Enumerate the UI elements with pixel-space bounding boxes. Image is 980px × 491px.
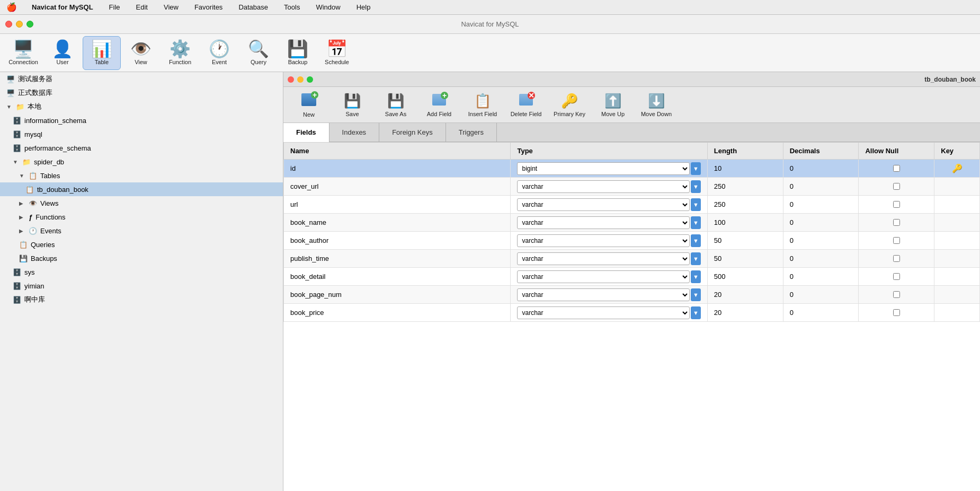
field-type-cell[interactable]: varchar▼ <box>511 286 707 304</box>
sidebar-item-mysql[interactable]: 🗄️ mysql <box>0 127 283 141</box>
type-select[interactable]: bigint <box>517 162 689 175</box>
field-type-cell[interactable]: varchar▼ <box>511 304 707 322</box>
toolbar-event[interactable]: 🕐 Event <box>200 36 238 70</box>
table-row[interactable]: idbigint▼100🔑 <box>284 160 980 178</box>
field-type-cell[interactable]: varchar▼ <box>511 250 707 268</box>
allow-null-checkbox[interactable] <box>893 273 900 280</box>
table-row[interactable]: book_detailvarchar▼5000 <box>284 268 980 286</box>
sidebar-item-tables[interactable]: ▼ 📋 Tables <box>0 169 283 182</box>
type-select[interactable]: varchar <box>517 216 689 229</box>
allow-null-checkbox[interactable] <box>893 237 900 244</box>
field-type-cell[interactable]: varchar▼ <box>511 214 707 232</box>
save-button[interactable]: 💾 Save <box>331 89 373 121</box>
menu-app[interactable]: Navicat for MySQL <box>29 2 96 12</box>
toolbar-view[interactable]: 👁️ View <box>122 36 160 70</box>
menu-file[interactable]: File <box>106 2 123 12</box>
allow-null-checkbox[interactable] <box>893 309 900 316</box>
allow-null-checkbox[interactable] <box>893 219 900 226</box>
move-down-button[interactable]: ⬇️ Move Down <box>635 89 678 121</box>
menu-window[interactable]: Window <box>313 2 343 12</box>
sidebar-item-events[interactable]: ▶ 🕐 Events <box>0 224 283 238</box>
field-allownull-cell[interactable] <box>859 250 934 268</box>
menu-database[interactable]: Database <box>235 2 271 12</box>
type-select[interactable]: varchar <box>517 306 689 319</box>
table-row[interactable]: book_authorvarchar▼500 <box>284 232 980 250</box>
type-dropdown-button[interactable]: ▼ <box>691 198 701 211</box>
field-allownull-cell[interactable] <box>859 160 934 178</box>
type-select[interactable]: varchar <box>517 180 689 193</box>
type-dropdown-button[interactable]: ▼ <box>691 288 701 301</box>
sidebar-item-perfschema[interactable]: 🗄️ performance_schema <box>0 141 283 155</box>
allow-null-checkbox[interactable] <box>893 201 900 208</box>
field-allownull-cell[interactable] <box>859 286 934 304</box>
tab-foreign-keys[interactable]: Foreign Keys <box>379 123 446 142</box>
type-select[interactable]: varchar <box>517 198 689 211</box>
table-row[interactable]: book_namevarchar▼1000 <box>284 214 980 232</box>
field-allownull-cell[interactable] <box>859 304 934 322</box>
type-select[interactable]: varchar <box>517 234 689 247</box>
sidebar-item-infoschema[interactable]: 🗄️ information_schema <box>0 113 283 127</box>
table-row[interactable]: book_pricevarchar▼200 <box>284 304 980 322</box>
new-button[interactable]: + New <box>288 89 330 121</box>
type-dropdown-button[interactable]: ▼ <box>691 216 701 229</box>
field-allownull-cell[interactable] <box>859 178 934 196</box>
toolbar-connection[interactable]: 🖥️ Connection <box>4 36 42 70</box>
allow-null-checkbox[interactable] <box>893 183 900 190</box>
type-dropdown-button[interactable]: ▼ <box>691 162 701 175</box>
menu-view[interactable]: View <box>161 2 182 12</box>
field-allownull-cell[interactable] <box>859 232 934 250</box>
toolbar-user[interactable]: 👤 User <box>43 36 82 70</box>
save-as-button[interactable]: 💾 Save As <box>375 89 417 121</box>
content-maximize-button[interactable] <box>307 76 313 83</box>
type-dropdown-button[interactable]: ▼ <box>691 252 701 265</box>
sidebar-item-queries[interactable]: 📋 Queries <box>0 238 283 251</box>
sidebar-item-spiderdb[interactable]: ▼ 📁 spider_db <box>0 155 283 169</box>
menu-edit[interactable]: Edit <box>133 2 151 12</box>
sidebar-item-local[interactable]: ▼ 📁 本地 <box>0 100 283 113</box>
sidebar-item-views[interactable]: ▶ 👁️ Views <box>0 196 283 210</box>
type-select[interactable]: varchar <box>517 288 689 301</box>
table-row[interactable]: publish_timevarchar▼500 <box>284 250 980 268</box>
sidebar-item-akuzu[interactable]: 🗄️ 啊中库 <box>0 293 283 306</box>
insert-field-button[interactable]: 📋 Insert Field <box>461 89 504 121</box>
sidebar-item-yimian[interactable]: 🗄️ yimian <box>0 279 283 293</box>
field-type-cell[interactable]: varchar▼ <box>511 232 707 250</box>
apple-menu[interactable]: 🍎 <box>6 2 17 12</box>
table-row[interactable]: cover_urlvarchar▼2500 <box>284 178 980 196</box>
table-row[interactable]: book_page_numvarchar▼200 <box>284 286 980 304</box>
type-dropdown-button[interactable]: ▼ <box>691 306 701 319</box>
sidebar-item-backups[interactable]: 💾 Backups <box>0 251 283 265</box>
add-field-button[interactable]: + Add Field <box>418 89 460 121</box>
menu-help[interactable]: Help <box>353 2 374 12</box>
minimize-button[interactable] <box>16 21 23 28</box>
menu-tools[interactable]: Tools <box>281 2 303 12</box>
field-type-cell[interactable]: bigint▼ <box>511 160 707 178</box>
field-allownull-cell[interactable] <box>859 196 934 214</box>
field-type-cell[interactable]: varchar▼ <box>511 178 707 196</box>
toolbar-function[interactable]: ⚙️ Function <box>161 36 199 70</box>
move-up-button[interactable]: ⬆️ Move Up <box>592 89 634 121</box>
type-dropdown-button[interactable]: ▼ <box>691 270 701 283</box>
menu-favorites[interactable]: Favorites <box>191 2 226 12</box>
type-select[interactable]: varchar <box>517 252 689 265</box>
tab-fields[interactable]: Fields <box>283 123 329 142</box>
toolbar-table[interactable]: 📊 Table <box>83 36 121 70</box>
tab-triggers[interactable]: Triggers <box>446 123 497 142</box>
tab-indexes[interactable]: Indexes <box>329 123 380 142</box>
allow-null-checkbox[interactable] <box>893 291 900 298</box>
sidebar-item-tb-douban-book[interactable]: 📋 tb_douban_book <box>0 182 283 196</box>
sidebar-item-functions[interactable]: ▶ ƒ Functions <box>0 210 283 224</box>
table-row[interactable]: urlvarchar▼2500 <box>284 196 980 214</box>
type-dropdown-button[interactable]: ▼ <box>691 234 701 247</box>
maximize-button[interactable] <box>26 21 33 28</box>
field-allownull-cell[interactable] <box>859 268 934 286</box>
type-select[interactable]: varchar <box>517 270 689 283</box>
field-type-cell[interactable]: varchar▼ <box>511 268 707 286</box>
content-minimize-button[interactable] <box>297 76 304 83</box>
sidebar-item-sys[interactable]: 🗄️ sys <box>0 265 283 279</box>
toolbar-schedule[interactable]: 📅 Schedule <box>318 36 356 70</box>
primary-key-button[interactable]: 🔑 Primary Key <box>548 89 591 121</box>
content-close-button[interactable] <box>288 76 294 83</box>
close-button[interactable] <box>5 21 12 28</box>
field-type-cell[interactable]: varchar▼ <box>511 196 707 214</box>
